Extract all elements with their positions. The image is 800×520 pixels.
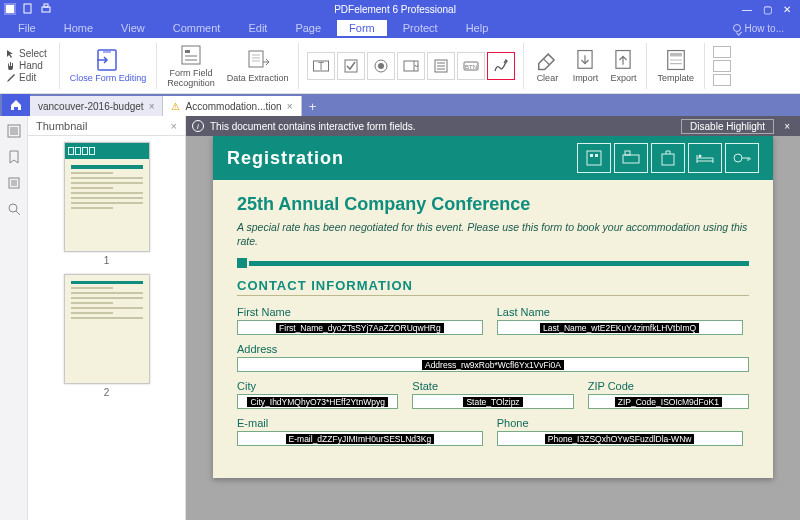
edit-tool[interactable]: Edit [6, 72, 47, 83]
svg-rect-31 [623, 155, 639, 163]
search-nav-icon[interactable] [7, 202, 21, 216]
listbox-tool[interactable] [427, 52, 455, 80]
warning-icon: ⚠ [171, 101, 180, 112]
menu-protect[interactable]: Protect [391, 20, 450, 36]
first-name-field[interactable]: First_Name_dyoZTsSYj7AaZZORUqwHRg [237, 320, 483, 335]
phone-field[interactable]: Phone_I3ZSQxhOYwSFuzdlDla-WNw [497, 431, 743, 446]
state-field[interactable]: State_TOlzipz [412, 394, 573, 409]
menu-home[interactable]: Home [52, 20, 105, 36]
menu-page[interactable]: Page [283, 20, 333, 36]
button-tool[interactable]: BTN [457, 52, 485, 80]
svg-rect-3 [42, 7, 50, 12]
template-button[interactable]: Template [651, 40, 700, 92]
signature-tool[interactable] [487, 52, 515, 80]
text-field-tool[interactable]: T [307, 52, 335, 80]
lightbulb-icon [733, 24, 741, 32]
thumbnail-panel: Thumbnail× 1 2 [28, 116, 186, 520]
svg-text:BTN: BTN [465, 64, 477, 70]
data-extraction-button[interactable]: Data Extraction [221, 40, 295, 92]
form-field-recognition-button[interactable]: Form Field Recognition [161, 40, 221, 92]
doc-tab-2[interactable]: ⚠Accommodation...tion× [163, 96, 301, 116]
maximize-button[interactable]: ▢ [758, 3, 776, 15]
svg-point-35 [734, 154, 742, 162]
clear-button[interactable]: Clear [528, 40, 566, 92]
address-field[interactable]: Address_rw9xRob*Wcfl6Yx1VvFi0A [237, 357, 749, 372]
svg-rect-10 [249, 51, 263, 67]
add-tab-button[interactable]: + [302, 96, 324, 116]
svg-rect-23 [670, 53, 682, 57]
import-button[interactable]: Import [566, 40, 604, 92]
menu-view[interactable]: View [109, 20, 157, 36]
info-icon: i [192, 120, 204, 132]
menu-file[interactable]: File [6, 20, 48, 36]
header-icon-room [614, 143, 648, 173]
page-thumbnail-2[interactable]: 2 [64, 274, 150, 398]
export-button[interactable]: Export [604, 40, 642, 92]
menu-help[interactable]: Help [454, 20, 501, 36]
recognition-icon [178, 43, 204, 67]
doc-header-title: Registration [227, 148, 574, 169]
minimize-button[interactable]: — [738, 3, 756, 15]
email-label: E-mail [237, 417, 483, 429]
home-tab-button[interactable] [2, 94, 30, 116]
svg-rect-13 [345, 60, 357, 72]
section-heading: CONTACT INFORMATION [237, 278, 749, 293]
howto-search[interactable]: How to... [733, 23, 794, 34]
doc-subtitle: A special rate has been negotiated for t… [237, 221, 749, 248]
svg-point-15 [378, 63, 384, 69]
hand-tool[interactable]: Hand [6, 60, 47, 71]
header-icon-bed [688, 143, 722, 173]
close-tab-icon[interactable]: × [149, 101, 155, 112]
svg-text:T: T [318, 61, 324, 72]
thumbnail-title: Thumbnail [36, 120, 87, 132]
thumbnails-nav-icon[interactable] [7, 124, 21, 138]
bookmarks-nav-icon[interactable] [7, 150, 21, 164]
menu-form[interactable]: Form [337, 20, 387, 36]
doc-tab-1[interactable]: vancouver-2016-budget× [30, 96, 163, 116]
side-navigation [0, 116, 28, 520]
svg-rect-28 [587, 151, 601, 165]
menu-comment[interactable]: Comment [161, 20, 233, 36]
document-tab-bar: vancouver-2016-budget× ⚠Accommodation...… [0, 94, 800, 116]
close-window-button[interactable]: ✕ [778, 3, 796, 15]
checkbox-tool[interactable] [337, 52, 365, 80]
attachments-nav-icon[interactable] [7, 176, 21, 190]
export-icon [610, 48, 636, 72]
svg-rect-25 [10, 127, 18, 135]
new-doc-icon[interactable] [22, 3, 34, 15]
header-icon-luggage [651, 143, 685, 173]
state-label: State [412, 380, 573, 392]
close-form-editing-button[interactable]: Close Form Editing [64, 40, 153, 92]
zip-field[interactable]: ZIP_Code_ISOIcM9dFoK1 [588, 394, 749, 409]
svg-rect-9 [185, 59, 197, 61]
template-icon [663, 48, 689, 72]
svg-rect-4 [44, 4, 48, 7]
close-infobar-button[interactable]: × [780, 121, 794, 132]
disable-highlight-button[interactable]: Disable Highlight [681, 119, 774, 134]
email-field[interactable]: E-mail_dZZFyJIMImH0urSESLNd3Kg [237, 431, 483, 446]
alignment-tools[interactable] [709, 46, 735, 86]
menu-bar: File Home View Comment Edit Page Form Pr… [0, 18, 800, 38]
header-icon-building [577, 143, 611, 173]
last-name-field[interactable]: Last_Name_wtE2EKuY4zimfkLHVtbImQ [497, 320, 743, 335]
app-logo-icon [4, 3, 16, 15]
phone-label: Phone [497, 417, 743, 429]
print-icon[interactable] [40, 3, 52, 15]
pencil-icon [6, 73, 16, 83]
select-tool[interactable]: Select [6, 48, 47, 59]
combobox-tool[interactable] [397, 52, 425, 80]
address-label: Address [237, 343, 749, 355]
pdf-page: Registration 25th Annual Company Confere… [213, 136, 773, 478]
title-bar: PDFelement 6 Professional — ▢ ✕ [0, 0, 800, 18]
zip-label: ZIP Code [588, 380, 749, 392]
window-title: PDFelement 6 Professional [52, 4, 738, 15]
close-tab-icon[interactable]: × [287, 101, 293, 112]
city-field[interactable]: City_IhdYMQhyO73*HEff2YtnWpyg [237, 394, 398, 409]
page-thumbnail-1[interactable]: 1 [64, 142, 150, 266]
form-info-bar: i This document contains interactive for… [186, 116, 800, 136]
last-name-label: Last Name [497, 306, 743, 318]
radio-tool[interactable] [367, 52, 395, 80]
eraser-icon [534, 48, 560, 72]
menu-edit[interactable]: Edit [236, 20, 279, 36]
close-panel-icon[interactable]: × [171, 120, 177, 132]
